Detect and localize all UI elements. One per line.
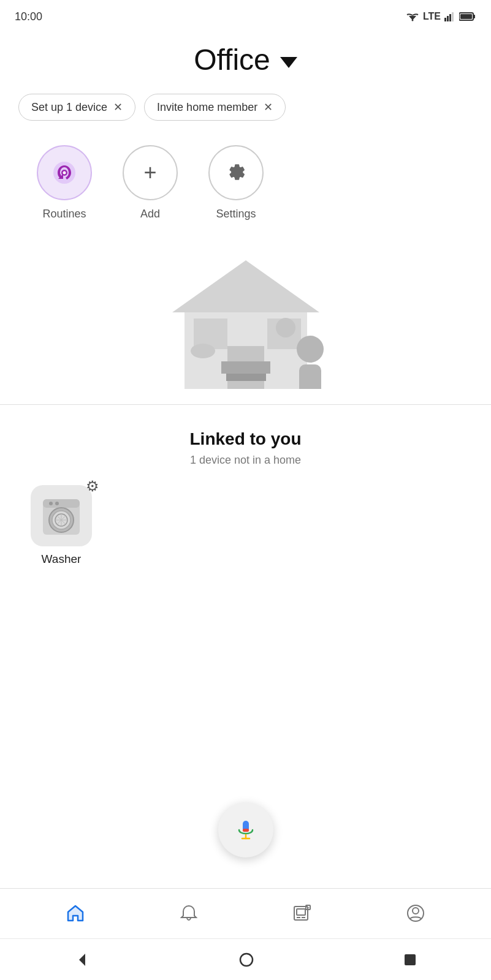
setup-device-chip[interactable]: Set up 1 device ✕ (18, 94, 135, 121)
svg-point-17 (297, 336, 324, 363)
svg-rect-35 (243, 829, 249, 832)
routines-icon (51, 159, 78, 186)
house-svg (148, 242, 344, 389)
nav-notifications[interactable] (179, 903, 199, 923)
washer-gear-icon: ⚙ (86, 478, 99, 495)
setup-device-close-icon[interactable]: ✕ (113, 100, 123, 114)
invite-member-close-icon[interactable]: ✕ (264, 100, 273, 114)
routines-circle (37, 145, 92, 200)
settings-circle (208, 145, 264, 200)
svg-marker-13 (172, 260, 319, 312)
circle-home-icon (238, 952, 254, 968)
settings-icon (224, 161, 248, 184)
status-icons: LTE (406, 11, 476, 22)
svg-marker-46 (79, 954, 85, 966)
nav-home[interactable] (66, 903, 85, 923)
svg-point-11 (63, 172, 66, 175)
home-nav-icon (66, 903, 85, 923)
svg-rect-41 (302, 917, 305, 918)
android-recent-button[interactable] (403, 953, 417, 967)
status-time: 10:00 (15, 10, 42, 23)
svg-rect-40 (297, 917, 300, 918)
mic-area (0, 802, 491, 858)
washer-device-card[interactable]: ⚙ Washer (25, 485, 98, 566)
linked-subtitle: 1 device not in a home (25, 454, 466, 467)
android-home-button[interactable] (238, 952, 254, 968)
add-action[interactable]: + Add (123, 145, 178, 221)
svg-rect-8 (460, 14, 472, 19)
nav-profile[interactable] (406, 903, 425, 923)
mic-icon (234, 818, 257, 842)
svg-rect-48 (405, 954, 416, 965)
washer-svg-icon (40, 494, 83, 537)
android-back-button[interactable] (74, 952, 90, 968)
mic-button[interactable] (218, 802, 273, 858)
washer-icon-wrapper: ⚙ (31, 485, 92, 546)
chips-row: Set up 1 device ✕ Invite home member ✕ (0, 83, 491, 127)
invite-member-label: Invite home member (157, 101, 257, 114)
svg-rect-39 (297, 909, 305, 915)
washer-device-name: Washer (42, 552, 82, 566)
svg-point-47 (240, 954, 253, 966)
svg-rect-20 (226, 374, 266, 381)
svg-point-45 (413, 908, 419, 914)
svg-point-1 (411, 20, 413, 21)
settings-label: Settings (216, 208, 256, 221)
home-illustration (0, 233, 491, 404)
routines-label: Routines (42, 208, 86, 221)
svg-rect-24 (43, 499, 80, 508)
header: Office (0, 31, 491, 83)
svg-point-22 (191, 344, 215, 358)
invite-member-chip[interactable]: Invite home member ✕ (144, 94, 286, 121)
status-bar: 10:00 LTE (0, 0, 491, 31)
android-nav-bar (0, 938, 491, 980)
nav-media[interactable] (292, 903, 312, 923)
routines-action[interactable]: Routines (37, 145, 92, 221)
svg-rect-19 (221, 361, 270, 374)
svg-rect-2 (444, 18, 446, 21)
battery-icon (459, 12, 476, 21)
signal-icon (444, 12, 455, 21)
bottom-nav (0, 888, 491, 937)
media-nav-icon (292, 903, 312, 923)
linked-section: Linked to you 1 device not in a home ⚙ (0, 405, 491, 578)
setup-device-label: Set up 1 device (31, 101, 107, 114)
home-title-text: Office (194, 43, 270, 77)
svg-point-25 (49, 502, 53, 505)
svg-rect-18 (299, 364, 321, 389)
notifications-nav-icon (179, 903, 199, 923)
svg-rect-7 (473, 15, 475, 18)
wifi-icon (406, 12, 419, 21)
back-icon (74, 952, 90, 968)
settings-action[interactable]: Settings (208, 145, 264, 221)
recent-icon (403, 953, 417, 967)
add-icon: + (143, 162, 156, 184)
svg-rect-4 (449, 14, 451, 21)
actions-row: Routines + Add Settings (0, 127, 491, 233)
home-title-row[interactable]: Office (194, 43, 297, 77)
profile-nav-icon (406, 903, 425, 923)
add-label: Add (140, 208, 160, 221)
svg-rect-5 (452, 12, 454, 21)
svg-rect-3 (447, 16, 449, 21)
lte-label: LTE (423, 11, 441, 22)
linked-title: Linked to you (25, 429, 466, 449)
svg-point-21 (276, 318, 295, 337)
svg-point-26 (55, 502, 59, 505)
dropdown-arrow-icon[interactable] (280, 57, 297, 68)
add-circle: + (123, 145, 178, 200)
